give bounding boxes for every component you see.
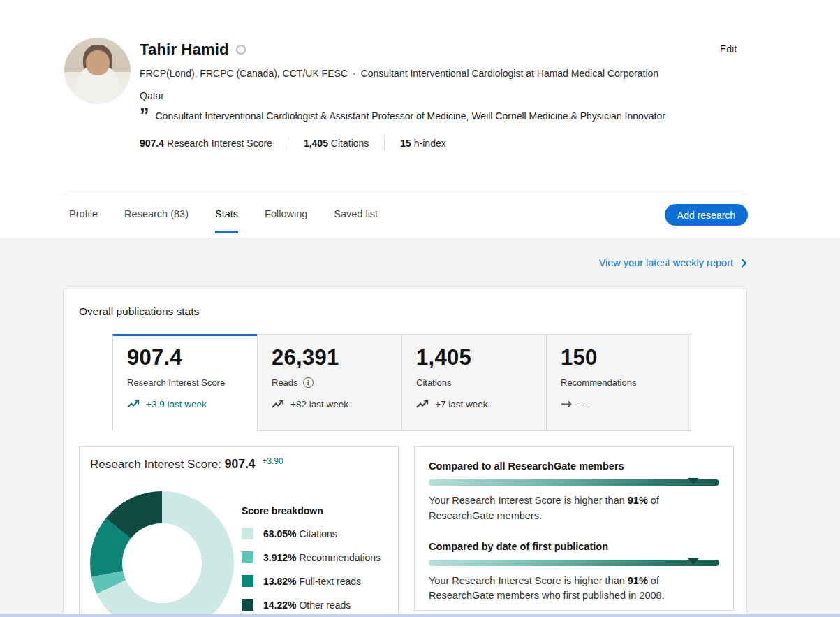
tab-following[interactable]: Following (265, 194, 307, 233)
comparison-card: Compared to all ResearchGate members You… (414, 446, 734, 611)
tile-trend: +7 last week (416, 399, 532, 409)
legend-swatch (242, 575, 253, 587)
detail-cards-row: Research Interest Score: 907.4 +3.90 Sco… (79, 446, 734, 617)
quote-icon: ” (140, 108, 148, 122)
percentile-bar (429, 560, 719, 566)
chevron-right-icon (741, 259, 747, 268)
tile-value: 907.4 (127, 345, 243, 370)
ris-card-title: Research Interest Score: 907.4 +3.90 (90, 456, 283, 472)
arrow-right-icon (561, 400, 573, 409)
comparison-text: Your Research Interest Score is higher t… (429, 574, 725, 604)
legend-item-citations: 68.05% Citations (242, 528, 381, 539)
info-icon[interactable]: i (303, 377, 314, 388)
profile-badge-icon[interactable] (236, 45, 246, 55)
comparison-by-first-publication: Compared by date of first publication Yo… (429, 541, 719, 604)
credentials-text: FRCP(Lond), FRCPC (Canada), CCT/UK FESC (140, 68, 348, 79)
edit-profile-button[interactable]: Edit (720, 43, 737, 55)
tile-value: 26,391 (272, 345, 388, 370)
trending-up-icon (416, 400, 429, 409)
metric-divider (384, 136, 385, 150)
tab-profile[interactable]: Profile (69, 194, 98, 233)
metric-ris: 907.4 Research Interest Score (140, 138, 272, 149)
tile-label: Citations (416, 377, 532, 388)
tabs: Profile Research (83) Stats Following Sa… (63, 194, 747, 233)
tab-stats[interactable]: Stats (215, 194, 238, 233)
separator-dot: · (353, 68, 356, 79)
legend-swatch (242, 551, 253, 563)
stats-section: View your latest weekly report Overall p… (0, 238, 840, 617)
score-breakdown: Score breakdown 68.05% Citations 3.912% … (242, 505, 381, 617)
comparison-text: Your Research Interest Score is higher t… (429, 493, 725, 524)
quote-row: ” Consultant Interventional Cardiologist… (140, 108, 665, 122)
metric-hindex: 15 h-index (400, 138, 445, 149)
tab-saved-list[interactable]: Saved list (334, 194, 378, 233)
trending-up-icon (272, 400, 284, 409)
profile-name: Tahir Hamid (140, 41, 229, 59)
location-text: Qatar (140, 90, 164, 101)
stats-card-title: Overall publications stats (79, 305, 199, 318)
weekly-report-link[interactable]: View your latest weekly report (599, 257, 747, 268)
researchgate-stats-page: Tahir Hamid Edit FRCP(Lond), FRCPC (Cana… (0, 0, 840, 617)
profile-header: Tahir Hamid Edit FRCP(Lond), FRCPC (Cana… (0, 0, 840, 194)
viewport-bottom-strip (0, 614, 840, 617)
legend-item-recommendations: 3.912% Recommendations (242, 551, 381, 563)
legend-swatch (242, 599, 253, 611)
legend-item-fulltext-reads: 13.82% Full-text reads (242, 575, 381, 587)
trending-up-icon (127, 400, 140, 409)
percentile-marker-icon (688, 478, 699, 484)
weekly-report-link-text: View your latest weekly report (599, 257, 733, 268)
tile-trend: +3.9 last week (127, 399, 243, 409)
metric-divider (288, 136, 288, 150)
credentials-line: FRCP(Lond), FRCPC (Canada), CCT/UK FESC·… (140, 68, 658, 79)
tile-research-interest-score[interactable]: 907.4 Research Interest Score +3.9 last … (112, 334, 258, 431)
comparison-heading: Compared to all ResearchGate members (429, 460, 719, 472)
percentile-bar (429, 479, 719, 486)
comparison-heading: Compared by date of first publication (429, 541, 719, 552)
overall-stats-card: Overall publications stats 907.4 Researc… (63, 289, 747, 617)
tile-citations[interactable]: 1,405 Citations +7 last week (401, 334, 547, 431)
add-research-button[interactable]: Add research (665, 204, 748, 226)
breakdown-title: Score breakdown (242, 505, 381, 516)
comparison-all-members: Compared to all ResearchGate members You… (429, 460, 719, 524)
ris-delta: +3.90 (262, 456, 283, 466)
tile-value: 150 (561, 345, 677, 370)
tile-reads[interactable]: 26,391 Reads i +82 last week (257, 334, 402, 431)
quote-text: Consultant Interventional Cardiologist &… (156, 108, 665, 122)
tab-research[interactable]: Research (83) (124, 194, 189, 233)
tile-trend: +82 last week (272, 399, 388, 409)
profile-photo[interactable] (64, 38, 131, 104)
research-interest-score-card: Research Interest Score: 907.4 +3.90 Sco… (79, 446, 399, 617)
ris-donut-chart (90, 491, 234, 617)
tile-label: Recommendations (561, 377, 677, 388)
position-text: Consultant Interventional Cardiologist a… (361, 68, 658, 79)
tile-value: 1,405 (416, 345, 532, 370)
header-metrics: 907.4 Research Interest Score 1,405 Cita… (140, 136, 446, 150)
tile-label: Research Interest Score (127, 377, 243, 388)
legend-item-other-reads: 14.22% Other reads (242, 599, 381, 611)
tile-trend: --- (561, 399, 677, 409)
metric-citations: 1,405 Citations (304, 138, 369, 149)
stat-tiles: 907.4 Research Interest Score +3.9 last … (112, 334, 691, 431)
tile-label: Reads i (272, 377, 388, 388)
tile-recommendations[interactable]: 150 Recommendations --- (546, 334, 691, 431)
legend-swatch (242, 528, 253, 539)
percentile-marker-icon (688, 558, 699, 565)
name-row: Tahir Hamid (140, 41, 246, 59)
profile-tabbar: Profile Research (83) Stats Following Sa… (63, 194, 747, 238)
